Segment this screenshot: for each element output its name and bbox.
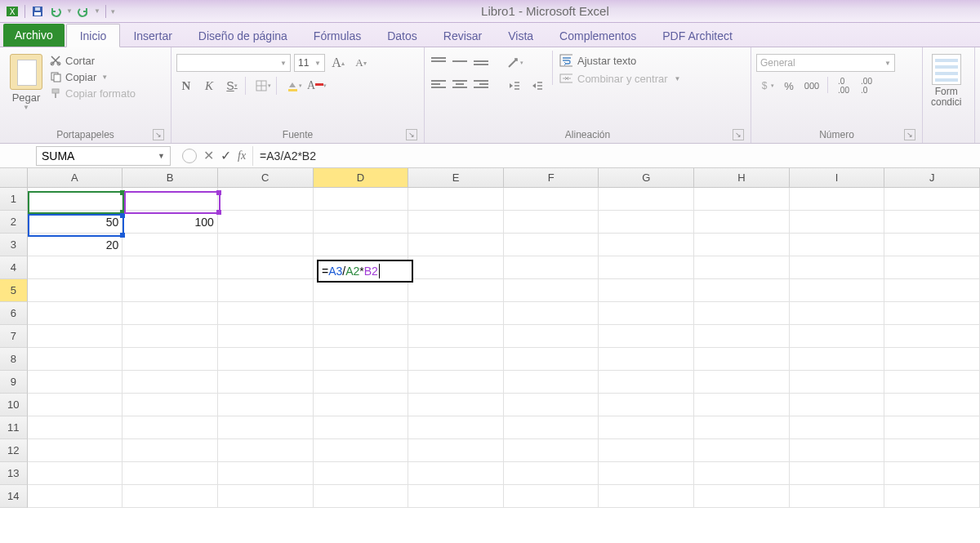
row-header-8[interactable]: 8 <box>0 348 28 371</box>
cell-F10[interactable] <box>504 394 599 416</box>
cell-F6[interactable] <box>504 302 599 325</box>
cell-B8[interactable] <box>122 348 218 371</box>
font-color-button[interactable]: A▾ <box>307 77 327 95</box>
cell-E10[interactable] <box>408 394 504 416</box>
tab-formulas[interactable]: Fórmulas <box>301 24 374 47</box>
cell-I9[interactable] <box>790 371 885 394</box>
cell-E11[interactable] <box>408 416 504 439</box>
cell-E1[interactable] <box>408 188 504 211</box>
cell-J13[interactable] <box>884 462 980 485</box>
row-header-14[interactable]: 14 <box>0 485 28 508</box>
cell-F2[interactable] <box>504 211 599 234</box>
cell-J4[interactable] <box>884 256 980 279</box>
cell-G10[interactable] <box>599 394 694 416</box>
cell-A13[interactable] <box>28 462 123 485</box>
cell-H2[interactable] <box>694 211 790 234</box>
cell-A12[interactable] <box>28 439 123 462</box>
formula-input[interactable]: =A3/A2*B2 <box>252 146 980 166</box>
cell-E8[interactable] <box>408 348 504 371</box>
cell-I4[interactable] <box>790 256 885 279</box>
cell-A8[interactable] <box>28 348 123 371</box>
cell-A9[interactable] <box>28 371 123 394</box>
cell-E2[interactable] <box>408 211 504 234</box>
italic-button[interactable]: K <box>199 77 219 95</box>
cell-D9[interactable] <box>314 371 409 394</box>
font-size-dropdown[interactable]: 11 ▼ <box>294 54 325 72</box>
col-header-F[interactable]: F <box>504 168 599 187</box>
select-all-corner[interactable] <box>0 168 28 187</box>
cell-D7[interactable] <box>314 325 409 348</box>
cell-F1[interactable] <box>504 188 599 211</box>
tab-file[interactable]: Archivo <box>3 24 65 47</box>
cell-J14[interactable] <box>884 485 980 508</box>
cell-C10[interactable] <box>218 394 314 416</box>
cell-H11[interactable] <box>694 416 790 439</box>
cell-J1[interactable] <box>884 188 980 211</box>
undo-dropdown-icon[interactable]: ▼ <box>66 7 73 15</box>
cell-C1[interactable] <box>218 188 314 211</box>
confirm-check-icon[interactable]: ✓ <box>220 148 231 163</box>
cell-J3[interactable] <box>884 234 980 256</box>
cell-H6[interactable] <box>694 302 790 325</box>
cell-D12[interactable] <box>314 439 409 462</box>
cell-D1[interactable] <box>314 188 409 211</box>
cell-H14[interactable] <box>694 485 790 508</box>
row-header-3[interactable]: 3 <box>0 234 28 256</box>
fill-color-button[interactable]: ▾ <box>284 77 304 95</box>
percent-format-button[interactable]: % <box>779 77 799 95</box>
cell-J12[interactable] <box>884 439 980 462</box>
copy-button[interactable]: Copiar ▼ <box>49 70 136 83</box>
cell-I7[interactable] <box>790 325 885 348</box>
portapapeles-launcher-icon[interactable]: ↘ <box>153 129 164 140</box>
col-header-A[interactable]: A <box>28 168 123 187</box>
cell-I13[interactable] <box>790 462 885 485</box>
cell-G5[interactable] <box>599 279 694 302</box>
cell-H1[interactable] <box>694 188 790 211</box>
cancel-entry-icon[interactable] <box>182 149 197 163</box>
cell-G13[interactable] <box>599 462 694 485</box>
col-header-H[interactable]: H <box>694 168 790 187</box>
cell-C9[interactable] <box>218 371 314 394</box>
cell-G7[interactable] <box>599 325 694 348</box>
align-left-button[interactable] <box>430 77 448 91</box>
cell-H7[interactable] <box>694 325 790 348</box>
col-header-G[interactable]: G <box>599 168 694 187</box>
font-name-dropdown[interactable]: ▼ <box>176 54 291 72</box>
cell-A14[interactable] <box>28 485 123 508</box>
redo-icon[interactable] <box>76 4 91 19</box>
redo-dropdown-icon[interactable]: ▼ <box>94 7 100 15</box>
cell-I12[interactable] <box>790 439 885 462</box>
decrease-decimal-button[interactable]: .00.0 <box>857 77 876 95</box>
cell-D13[interactable] <box>314 462 409 485</box>
cell-D2[interactable] <box>314 211 409 234</box>
cell-F13[interactable] <box>504 462 599 485</box>
cancel-x-icon[interactable]: ✕ <box>203 148 214 163</box>
cell-F7[interactable] <box>504 325 599 348</box>
cell-F4[interactable] <box>504 256 599 279</box>
cell-D10[interactable] <box>314 394 409 416</box>
cell-C4[interactable] <box>218 256 314 279</box>
cell-B5[interactable] <box>122 279 218 302</box>
row-header-12[interactable]: 12 <box>0 439 28 462</box>
alineacion-launcher-icon[interactable]: ↘ <box>733 129 744 140</box>
cell-G9[interactable] <box>599 371 694 394</box>
cell-F9[interactable] <box>504 371 599 394</box>
tab-inicio[interactable]: Inicio <box>66 24 121 47</box>
cell-I8[interactable] <box>790 348 885 371</box>
col-header-E[interactable]: E <box>408 168 504 187</box>
cell-F14[interactable] <box>504 485 599 508</box>
editing-cell-D5[interactable]: =A3/A2*B2 <box>317 260 413 283</box>
cell-I10[interactable] <box>790 394 885 416</box>
align-middle-button[interactable] <box>451 54 469 69</box>
cell-C2[interactable] <box>218 211 314 234</box>
col-header-C[interactable]: C <box>218 168 314 187</box>
cell-H9[interactable] <box>694 371 790 394</box>
cell-A11[interactable] <box>28 416 123 439</box>
cell-G8[interactable] <box>599 348 694 371</box>
cell-G11[interactable] <box>599 416 694 439</box>
comma-format-button[interactable]: 000 <box>802 77 822 95</box>
undo-icon[interactable] <box>48 4 63 19</box>
cell-J5[interactable] <box>884 279 980 302</box>
tab-vista[interactable]: Vista <box>495 24 546 47</box>
cell-J6[interactable] <box>884 302 980 325</box>
